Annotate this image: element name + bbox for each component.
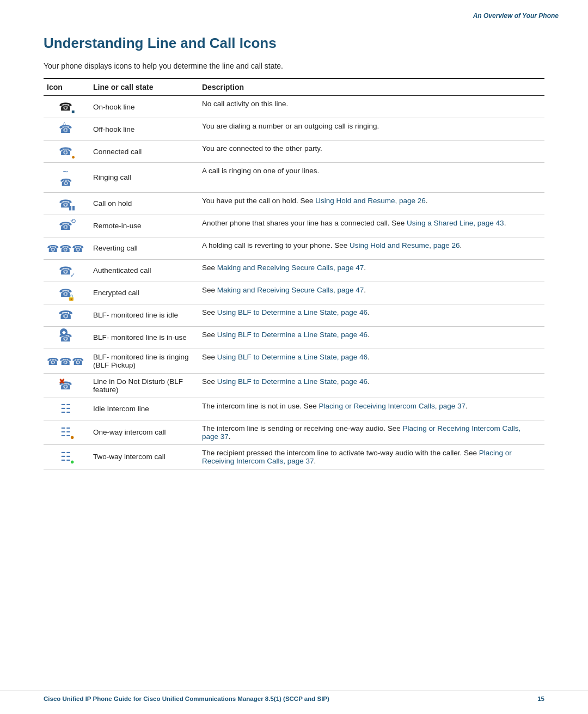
col-state: Line or call state bbox=[90, 78, 199, 96]
state-cell: BLF- monitored line is ringing (BLF Pick… bbox=[90, 349, 199, 373]
icon-cell: ☎☎☎ bbox=[44, 349, 90, 373]
footer-left: Cisco Unified IP Phone Guide for Cisco U… bbox=[44, 695, 329, 702]
icons-table: Icon Line or call state Description ☎■On… bbox=[44, 78, 544, 469]
table-row: ☎△Off-hook lineYou are dialing a number … bbox=[44, 118, 544, 141]
icon-cell: ☎◆ bbox=[44, 326, 90, 349]
description-cell: See Making and Receiving Secure Calls, p… bbox=[199, 259, 544, 282]
table-row: ☎⟲Remote-in-useAnother phone that shares… bbox=[44, 215, 544, 237]
state-cell: Reverting call bbox=[90, 237, 199, 259]
description-cell: A holding call is reverting to your phon… bbox=[199, 237, 544, 259]
description-link[interactable]: Placing or Receiving Intercom Calls, pag… bbox=[319, 402, 465, 410]
col-description: Description bbox=[199, 78, 544, 96]
description-link[interactable]: Making and Receiving Secure Calls, page … bbox=[217, 264, 364, 272]
icon-cell: ☎✖ bbox=[44, 373, 90, 398]
description-link[interactable]: Placing or Receiving Intercom Calls, pag… bbox=[202, 449, 512, 465]
state-cell: Line in Do Not Disturb (BLF feature) bbox=[90, 373, 199, 398]
description-link[interactable]: Using Hold and Resume, page 26 bbox=[350, 241, 460, 249]
description-link[interactable]: Making and Receiving Secure Calls, page … bbox=[217, 286, 364, 294]
page-content: Understanding Line and Call Icons Your p… bbox=[0, 20, 588, 502]
table-row: ☎🔒Encrypted callSee Making and Receiving… bbox=[44, 282, 544, 304]
description-cell: A call is ringing on one of your lines. bbox=[199, 163, 544, 193]
state-cell: Call on hold bbox=[90, 192, 199, 215]
description-link[interactable]: Using BLF to Determine a Line State, pag… bbox=[217, 377, 367, 386]
table-row: ☷Idle Intercom lineThe intercom line is … bbox=[44, 398, 544, 420]
state-cell: Idle Intercom line bbox=[90, 398, 199, 420]
page-footer: Cisco Unified IP Phone Guide for Cisco U… bbox=[0, 691, 588, 702]
header-text: An Overview of Your Phone bbox=[473, 12, 559, 20]
description-link[interactable]: Placing or Receiving Intercom Calls, pag… bbox=[202, 424, 520, 441]
state-cell: BLF- monitored line is in-use bbox=[90, 326, 199, 349]
icon-cell: ☎△ bbox=[44, 118, 90, 141]
icon-cell: ☎🔒 bbox=[44, 282, 90, 304]
description-cell: See Using BLF to Determine a Line State,… bbox=[199, 326, 544, 349]
description-cell: You are connected to the other party. bbox=[199, 141, 544, 163]
table-header-row: Icon Line or call state Description bbox=[44, 78, 544, 96]
icon-cell: ☎⟲ bbox=[44, 215, 90, 237]
description-cell: Another phone that shares your line has … bbox=[199, 215, 544, 237]
footer-page-number: 15 bbox=[537, 695, 544, 702]
description-cell: See Using BLF to Determine a Line State,… bbox=[199, 304, 544, 326]
state-cell: On-hook line bbox=[90, 96, 199, 118]
description-link[interactable]: Using BLF to Determine a Line State, pag… bbox=[217, 331, 367, 339]
table-row: ☎✖Line in Do Not Disturb (BLF feature)Se… bbox=[44, 373, 544, 398]
description-cell: The intercom line is sending or receivin… bbox=[199, 420, 544, 444]
icon-cell: ☎☎☎ bbox=[44, 237, 90, 259]
state-cell: Encrypted call bbox=[90, 282, 199, 304]
table-row: ☎●Connected callYou are connected to the… bbox=[44, 141, 544, 163]
icon-cell: ~☎ bbox=[44, 163, 90, 193]
icon-cell: ☷● bbox=[44, 444, 90, 469]
description-cell: The intercom line is not in use. See Pla… bbox=[199, 398, 544, 420]
page-header: An Overview of Your Phone bbox=[0, 0, 588, 20]
icon-cell: ☷● bbox=[44, 420, 90, 444]
state-cell: BLF- monitored line is idle bbox=[90, 304, 199, 326]
table-row: ☎■On-hook lineNo call activity on this l… bbox=[44, 96, 544, 118]
description-cell: See Using BLF to Determine a Line State,… bbox=[199, 349, 544, 373]
description-cell: See Using BLF to Determine a Line State,… bbox=[199, 373, 544, 398]
description-cell: See Making and Receiving Secure Calls, p… bbox=[199, 282, 544, 304]
col-icon: Icon bbox=[44, 78, 90, 96]
table-row: ~☎Ringing callA call is ringing on one o… bbox=[44, 163, 544, 193]
state-cell: Off-hook line bbox=[90, 118, 199, 141]
section-title: Understanding Line and Call Icons bbox=[44, 35, 544, 52]
table-row: ☎BLF- monitored line is idleSee Using BL… bbox=[44, 304, 544, 326]
intro-text: Your phone displays icons to help you de… bbox=[44, 62, 544, 70]
description-link[interactable]: Using a Shared Line, page 43 bbox=[407, 219, 504, 227]
state-cell: One-way intercom call bbox=[90, 420, 199, 444]
state-cell: Remote-in-use bbox=[90, 215, 199, 237]
icon-cell: ☎✓ bbox=[44, 259, 90, 282]
icon-cell: ☎● bbox=[44, 141, 90, 163]
description-cell: No call activity on this line. bbox=[199, 96, 544, 118]
icon-cell: ☷ bbox=[44, 398, 90, 420]
description-link[interactable]: Using BLF to Determine a Line State, pag… bbox=[217, 308, 367, 316]
state-cell: Authenticated call bbox=[90, 259, 199, 282]
table-row: ☎☎☎BLF- monitored line is ringing (BLF P… bbox=[44, 349, 544, 373]
icon-cell: ☎■ bbox=[44, 96, 90, 118]
state-cell: Connected call bbox=[90, 141, 199, 163]
state-cell: Two-way intercom call bbox=[90, 444, 199, 469]
description-cell: The recipient pressed the intercom line … bbox=[199, 444, 544, 469]
icon-cell: ☎▮▮ bbox=[44, 192, 90, 215]
table-row: ☎◆BLF- monitored line is in-useSee Using… bbox=[44, 326, 544, 349]
icon-cell: ☎ bbox=[44, 304, 90, 326]
table-row: ☎✓Authenticated callSee Making and Recei… bbox=[44, 259, 544, 282]
description-link[interactable]: Using Hold and Resume, page 26 bbox=[315, 197, 426, 205]
table-row: ☎▮▮Call on holdYou have put the call on … bbox=[44, 192, 544, 215]
state-cell: Ringing call bbox=[90, 163, 199, 193]
table-row: ☎☎☎Reverting callA holding call is rever… bbox=[44, 237, 544, 259]
table-row: ☷●One-way intercom callThe intercom line… bbox=[44, 420, 544, 444]
description-cell: You are dialing a number or an outgoing … bbox=[199, 118, 544, 141]
table-row: ☷●Two-way intercom callThe recipient pre… bbox=[44, 444, 544, 469]
description-link[interactable]: Using BLF to Determine a Line State, pag… bbox=[217, 353, 367, 361]
description-cell: You have put the call on hold. See Using… bbox=[199, 192, 544, 215]
